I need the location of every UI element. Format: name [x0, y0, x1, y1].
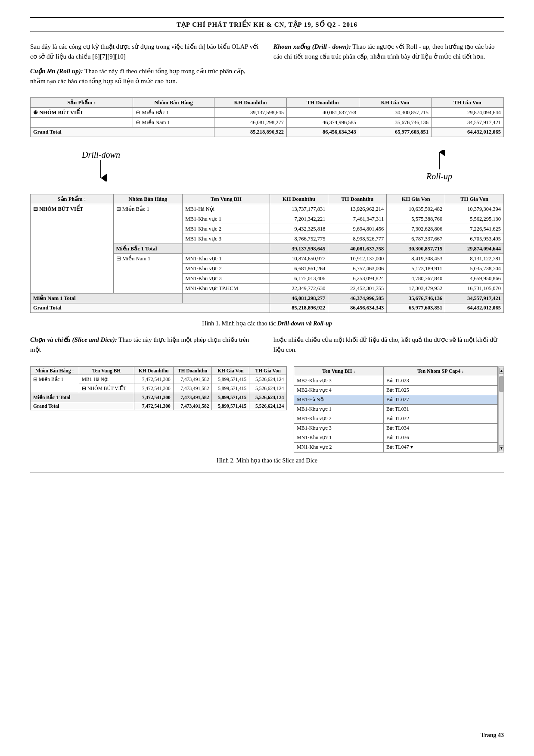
td4-nhom5: Bút TL032: [383, 414, 497, 423]
td-gt-th-gv: 64,432,012,065: [432, 128, 504, 137]
drill-arrow-icon: [92, 160, 109, 181]
td2-ha-noi: MB1-Hà Nội: [183, 204, 270, 214]
table-row: ⊟ NHÓM BÚT VIẾT ⊟ Miền Bắc 1 MB1-Hà Nội …: [31, 204, 504, 214]
td2-mn-kv2: MN1-Khu vực 2: [183, 264, 270, 274]
subtotal-row3-bac1: Miền Bắc 1 Total 7,472,541,300 7,473,491…: [31, 393, 287, 402]
td4-nhom6: Bút TL034: [383, 423, 497, 433]
table2: Sản Phẩm ↕ Nhóm Bán Hàng Ten Vung BH KH …: [30, 194, 504, 313]
td2-tdt1: 13,926,962,214: [328, 204, 387, 214]
th-th-giavon: TH Gia Von: [432, 98, 504, 108]
td4-nhom4: Bút TL031: [383, 404, 497, 414]
rollup-label: Roll-up: [426, 172, 452, 181]
td2-gt-kh-dt: 85,218,896,922: [270, 303, 328, 313]
table4-wrap: Ten Vung BH ↕ Ten Nhom SP Cap4 ↕ MB2-Khu…: [294, 366, 504, 453]
table-row: MN1-Khu vực 2 Bút TL047 ▾: [294, 442, 498, 452]
td4-nhom8: Bút TL047 ▾: [383, 442, 497, 452]
th3-th-dt: TH Doanhthu: [173, 366, 212, 375]
th-kh-doanhthu: KH Doanhthu: [214, 98, 287, 108]
th2-san-pham: Sản Phẩm ↕: [31, 194, 114, 204]
td2-gt-th-dt: 86,456,634,343: [328, 303, 387, 313]
td2-gv1: 10,635,502,482: [387, 204, 445, 214]
th2-th-giavon: TH Gia Von: [445, 194, 504, 204]
td-kh-dt: 39,137,598,645: [214, 108, 287, 118]
grand-total-row1: Grand Total 85,218,896,922 86,456,634,34…: [31, 128, 504, 137]
td2-dt1: 13,737,177,831: [270, 204, 328, 214]
th-san-pham: Sản Phẩm ↕: [31, 98, 133, 108]
slice-text2: hoặc nhiều chiều của một khối dữ liệu đã…: [273, 335, 504, 355]
td-kh-dt2: 46,081,298,277: [214, 118, 287, 128]
table3-wrap: Nhóm Bán Hàng ↕ Ten Vung BH KH Doanhthu …: [30, 366, 287, 453]
intro-right: Khoan xuống (Drill - down): Thao tác ngư…: [273, 42, 504, 91]
td2-gt-kh-gv: 65,977,603,851: [387, 303, 445, 313]
table4: Ten Vung BH ↕ Ten Nhom SP Cap4 ↕ MB2-Khu…: [294, 366, 498, 453]
table-row: MB2-Khu vực 3 Bút TL023: [294, 376, 498, 385]
th3-th-gv: TH Gia Von: [249, 366, 287, 375]
table3: Nhóm Bán Hàng ↕ Ten Vung BH KH Doanhthu …: [30, 366, 287, 410]
td-gt-kh-gv: 65,977,603,851: [359, 128, 432, 137]
td-san-pham: ⊕ NHÓM BÚT VIẾT: [31, 108, 133, 118]
table-row: ⊕ NHÓM BÚT VIẾT ⊕ Miền Bắc 1 39,137,598,…: [31, 108, 504, 118]
header-title: TẠP CHÍ PHÁT TRIỂN KH & CN, TẬP 19, SỐ Q…: [177, 21, 357, 28]
table-row-selected: MB1-Hà Nội Bút TL027: [294, 395, 498, 404]
intro-para1: Sau đây là các công cụ kỹ thuật được sử …: [30, 42, 261, 62]
td2-bac1-total: Miền Bắc 1 Total: [113, 244, 183, 254]
th2-nhom-ban-hang: Nhóm Bán Hàng: [113, 194, 183, 204]
td3-ha-noi: MB1-Hà Nội: [79, 375, 134, 384]
td3-mien-bac: ⊟ Miền Bắc 1: [31, 375, 79, 393]
scrollbar-thumb[interactable]: [499, 376, 504, 392]
th2-kh-giavon: KH Gia Von: [387, 194, 445, 204]
fig2-caption: Hình 2. Minh họa thao tác Slice and Dice: [30, 457, 504, 464]
th2-kh-doanhthu: KH Doanhthu: [270, 194, 328, 204]
td2-tgv1: 10,379,304,394: [445, 204, 504, 214]
td2-gt-th-gv: 64,432,012,065: [445, 303, 504, 313]
table-row: MB2-Khu vực 4 Bút TL025: [294, 385, 498, 395]
td4-vung7: MN1-Khu vực 1: [294, 433, 384, 442]
table4-scrollbar[interactable]: ▲ ▼: [498, 366, 504, 453]
slice-para: Chọn và chiếu (Slice and Dice): Thao tác…: [30, 335, 261, 355]
table1-wrap: Sản Phẩm ↕ Nhóm Bán Hàng KH Doanhthu TH …: [30, 97, 504, 137]
rollup-section: Roll-up: [426, 150, 452, 181]
td4-nhom3: Bút TL027: [383, 395, 497, 404]
th-kh-giavon: KH Gia Von: [359, 98, 432, 108]
rollup-arrow-icon: [431, 150, 448, 172]
td-gt-kh-dt: 85,218,896,922: [214, 128, 287, 137]
th3-ten-vung: Ten Vung BH: [79, 366, 134, 375]
td-th-dt: 40,081,637,758: [287, 108, 359, 118]
rollup-para: Cuộn lên (Roll up): Thao tác này đi theo…: [30, 66, 261, 87]
td2-mn-kv1: MN1-Khu vực 1: [183, 254, 270, 264]
td2-mn-hcm: MN1-Khu vực TP.HCM: [183, 284, 270, 294]
fig1-caption: Hình 1. Minh họa các thao tác Drill-down…: [30, 320, 504, 327]
diagram-inner: Drill-down: [30, 144, 504, 187]
table4-header-row: Ten Vung BH ↕ Ten Nhom SP Cap4 ↕: [294, 366, 498, 376]
td2-kv1: MB1-Khu vực 1: [183, 214, 270, 224]
td3-nbv: ⊟ NHÓM BÚT VIẾT: [79, 384, 134, 393]
td2-mien-bac: ⊟ Miền Bắc 1: [113, 204, 183, 244]
td2-sp: ⊟ NHÓM BÚT VIẾT: [31, 204, 114, 294]
slice-dice-area: Nhóm Bán Hàng ↕ Ten Vung BH KH Doanhthu …: [30, 366, 504, 453]
td4-vung4: MB1-Khu vực 1: [294, 404, 384, 414]
drilldown-title: Khoan xuống (Drill - down):: [273, 43, 351, 50]
th3-kh-gv: KH Gia Von: [212, 366, 249, 375]
td-th-gv: 29,874,094,644: [432, 108, 504, 118]
td2-mien-nam: ⊟ Miền Nam 1: [113, 254, 183, 294]
th4-ten-nhom: Ten Nhom SP Cap4 ↕: [383, 366, 497, 376]
td2-kv3: MB1-Khu vực 3: [183, 234, 270, 244]
intro-section: Sau đây là các công cụ kỹ thuật được sử …: [30, 42, 504, 91]
scrollbar-down-icon[interactable]: ▼: [499, 445, 504, 451]
table3-header-row: Nhóm Bán Hàng ↕ Ten Vung BH KH Doanhthu …: [31, 366, 287, 375]
td4-vung6: MB1-Khu vực 3: [294, 423, 384, 433]
td-gt-th-dt: 86,456,634,343: [287, 128, 359, 137]
rollup-title: Cuộn lên (Roll up):: [30, 68, 83, 75]
page-number: Trang 43: [481, 732, 504, 739]
td4-nhom2: Bút TL025: [383, 385, 497, 395]
td-nhom: ⊕ Miền Bắc 1: [133, 108, 214, 118]
diagram-area: Drill-down: [30, 144, 504, 187]
table-row: MB1-Khu vực 2 Bút TL032: [294, 414, 498, 423]
table1-header-row: Sản Phẩm ↕ Nhóm Bán Hàng KH Doanhthu TH …: [31, 98, 504, 108]
td-nhom2: ⊕ Miền Nam 1: [133, 118, 214, 128]
slice-intro-right: hoặc nhiều chiều của một khối dữ liệu đã…: [273, 335, 504, 359]
table2-header-row: Sản Phẩm ↕ Nhóm Bán Hàng Ten Vung BH KH …: [31, 194, 504, 204]
scrollbar-up-icon[interactable]: ▲: [499, 368, 504, 374]
intro-left: Sau đây là các công cụ kỹ thuật được sử …: [30, 42, 261, 91]
td4-vung8: MN1-Khu vực 2: [294, 442, 384, 452]
